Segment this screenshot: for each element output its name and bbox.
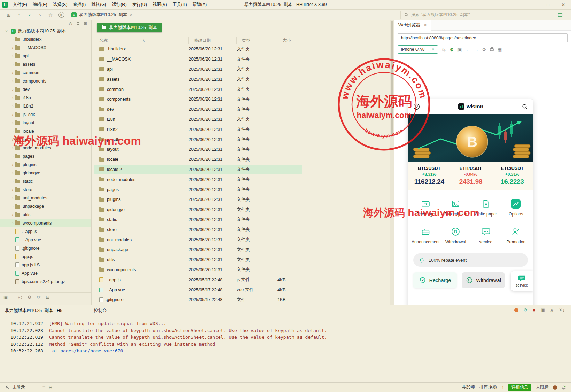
tree-file-row[interactable]: app.js (0, 252, 91, 261)
url-input[interactable]: http://localhost:8080/#/pages/base/index (398, 33, 568, 42)
menu-icon[interactable]: ≣ (77, 21, 80, 27)
file-row[interactable]: node_modules 2025/06/20 12:31 文件夹 (94, 174, 302, 185)
file-row[interactable]: i18n 2025/06/20 12:31 文件夹 (94, 115, 302, 125)
reload-icon[interactable]: ⟳ (482, 47, 486, 52)
file-row[interactable]: ._App.vue 2025/05/17 22:48 vue 文件 4KB (94, 285, 302, 295)
bell-icon[interactable] (562, 385, 566, 390)
grid-item-options[interactable]: Options (501, 198, 531, 217)
tree-folder-row[interactable]: › common (0, 69, 91, 77)
search-input[interactable]: 搜索 "暴力熊版本四10.25_副本" (400, 11, 550, 19)
folder-tab[interactable]: 暴力熊版本四10.25_副本 (97, 23, 162, 32)
scrollbar[interactable] (390, 20, 394, 305)
export-icon[interactable]: ▣ (541, 307, 545, 313)
tree-folder-row[interactable]: › node_modules (0, 144, 91, 152)
sort-label[interactable]: 排序:名称 (479, 384, 497, 390)
file-row[interactable]: wxcomponents 2025/06/20 12:31 文件夹 (94, 265, 302, 275)
rotate-device-icon[interactable]: ⇆ (442, 47, 446, 52)
chevron-right-icon[interactable]: › (10, 87, 15, 92)
avatar-icon[interactable] (413, 103, 420, 110)
restart-icon[interactable]: ⟳ (524, 307, 527, 313)
tree-folder-row[interactable]: › .hbuilderx (0, 35, 91, 44)
up-icon[interactable]: ↑ (14, 12, 24, 18)
source-link[interactable]: at pages/base/home.vue:670 (52, 348, 123, 353)
chevron-right-icon[interactable]: › (10, 129, 15, 133)
recharge-button[interactable]: Recharge (413, 272, 457, 288)
breadcrumb-project[interactable]: 暴力熊版本四10.25_副本 (79, 12, 127, 18)
grid-item-recharge[interactable]: Recharge (410, 198, 441, 217)
file-row[interactable]: js_sdk 2025/06/20 12:31 文件夹 (94, 134, 302, 144)
login-status[interactable]: 未登录 (13, 384, 25, 390)
chevron-right-icon[interactable]: › (10, 54, 15, 58)
file-row[interactable]: .gitignore 2025/05/17 22:48 文件 1KB (94, 295, 302, 305)
chevron-down-icon[interactable]: ∨ (4, 29, 9, 33)
chevron-right-icon[interactable]: › (10, 46, 15, 50)
search-icon[interactable] (522, 103, 528, 110)
menu-item[interactable]: 编辑(E) (30, 0, 50, 9)
tab-console[interactable]: 控制台 (94, 308, 107, 314)
device-select[interactable]: iPhone 6/7/8 ▼ (398, 45, 438, 54)
file-row[interactable]: i18n2 2025/06/20 12:31 文件夹 (94, 124, 302, 134)
file-row[interactable]: utils 2025/06/20 12:31 文件夹 (94, 255, 302, 265)
file-row[interactable]: plugins 2025/06/20 12:31 文件夹 (94, 195, 302, 205)
grid-item-promotion[interactable]: Promotion (501, 226, 531, 244)
tree-folder-row[interactable]: › assets (0, 60, 91, 69)
tree-folder-row[interactable]: › __MACOSX (0, 44, 91, 52)
pin-icon[interactable]: ◎ (18, 295, 22, 300)
chevron-right-icon[interactable]: › (10, 179, 15, 183)
menu-item[interactable]: 选择(S) (50, 0, 70, 9)
scrollbar-thumb[interactable] (391, 21, 393, 136)
tree-folder-row[interactable]: › store (0, 186, 91, 194)
file-row[interactable]: common 2025/06/20 12:31 文件夹 (94, 84, 302, 94)
collapse-icon[interactable]: ⊟ (46, 295, 49, 300)
grid-item-withdrawal[interactable]: B Withdrawal (441, 226, 471, 244)
close-icon[interactable]: ✕ (424, 23, 427, 28)
tree-folder-row[interactable]: › static (0, 177, 91, 186)
tree-folder-row[interactable]: › plugins (0, 160, 91, 169)
chevron-right-icon[interactable]: › (10, 138, 15, 142)
file-row[interactable]: layout 2025/06/20 12:31 文件夹 (94, 144, 302, 155)
new-file-icon[interactable]: ⊞ (3, 12, 14, 18)
grid-item-whitepaper[interactable]: White paper (471, 198, 501, 217)
menu-item[interactable]: 发行(U) (130, 0, 150, 9)
favorite-star-icon[interactable]: ☆ (45, 12, 56, 18)
file-row[interactable]: dev 2025/06/20 12:31 文件夹 (94, 104, 302, 115)
refresh-icon[interactable]: ⟳ (37, 295, 40, 300)
forward-icon[interactable]: › (35, 12, 45, 18)
tree-file-row[interactable]: .gitignore (0, 244, 91, 252)
file-row[interactable]: store 2025/06/20 12:31 文件夹 (94, 225, 302, 235)
tree-folder-row[interactable]: › utils (0, 211, 91, 219)
qrcode-icon[interactable]: ▦ (498, 47, 502, 52)
grid-item-service[interactable]: service (471, 226, 501, 244)
locate-icon[interactable]: ◎ (69, 21, 72, 27)
chevron-right-icon[interactable]: › (10, 104, 15, 108)
chevron-right-icon[interactable]: › (10, 188, 15, 192)
file-row[interactable]: qidongye 2025/06/20 12:31 文件夹 (94, 205, 302, 215)
menu-item[interactable]: 运行(R) (109, 0, 129, 9)
back-icon[interactable]: ‹ (24, 12, 35, 18)
tree-file-row[interactable]: app.js.LS (0, 261, 91, 269)
tree-folder-row[interactable]: › pages (0, 152, 91, 160)
tab-run-h5[interactable]: 暴力熊版本四10.25_副本 - H5 (5, 308, 62, 314)
tree-folder-row[interactable]: › unpackage (0, 202, 91, 211)
file-row[interactable]: .hbuilderx 2025/06/20 12:31 文件夹 (94, 44, 302, 54)
column-header-type[interactable]: 类型 (237, 37, 277, 44)
menu-item[interactable]: 跳转(G) (88, 0, 109, 9)
chevron-right-icon[interactable]: › (10, 213, 15, 217)
file-row[interactable]: assets 2025/06/20 12:31 文件夹 (94, 74, 302, 84)
chevron-right-icon[interactable]: › (10, 79, 15, 83)
tree-folder-row[interactable]: › api (0, 52, 91, 60)
nav-back-icon[interactable]: ← (466, 47, 470, 52)
minimize-icon[interactable]: ─ (525, 0, 540, 10)
chevron-right-icon[interactable]: › (10, 112, 15, 117)
chevron-right-icon[interactable]: › (10, 171, 15, 175)
tree-file-row[interactable]: bps.com_s2z4tp.tar.gz (0, 277, 91, 286)
nav-forward-icon[interactable]: → (474, 47, 478, 52)
collapse-panel-icon[interactable]: ∧ (550, 307, 554, 313)
clear-icon[interactable]: ✕↓ (559, 307, 565, 313)
chevron-right-icon[interactable]: › (10, 221, 15, 225)
sort-asc-icon[interactable]: ↑ (502, 385, 504, 390)
service-float-button[interactable]: service (511, 271, 533, 291)
ticker-etc[interactable]: ETC/USDT +0.31% 16.2223 (492, 166, 533, 186)
grid-item-announcement[interactable]: Announcement (410, 226, 441, 244)
menu-item[interactable]: 视图(V) (150, 0, 170, 9)
